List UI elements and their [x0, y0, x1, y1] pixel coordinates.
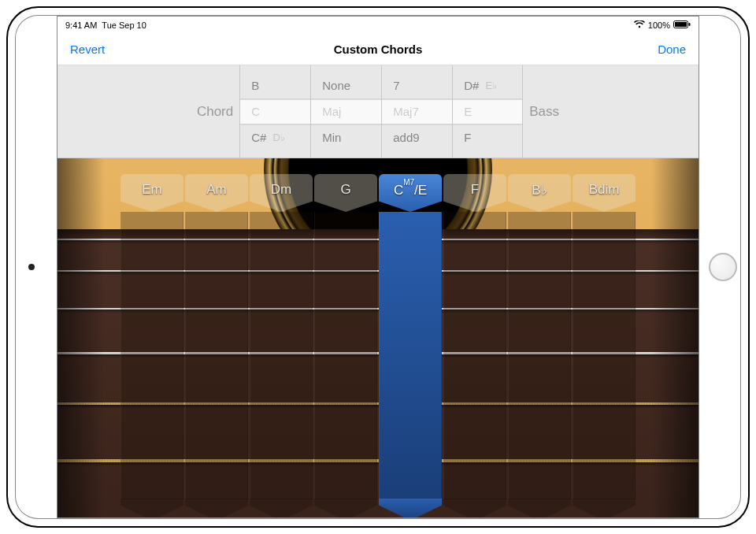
battery-icon [673, 20, 691, 30]
battery-percent: 100% [648, 20, 670, 30]
picker-label-bass: Bass [529, 104, 559, 120]
guitar-view: Em Am Dm G CM7/E [57, 158, 699, 518]
wifi-icon [634, 20, 645, 30]
revert-button[interactable]: Revert [70, 43, 133, 56]
ipad-device-frame: 9:41 AM Tue Sep 10 100% Revert Custom Ch… [6, 6, 750, 528]
chord-label: G [340, 182, 350, 198]
camera-dot [28, 264, 35, 270]
chord-label: B♭ [532, 182, 547, 198]
svg-rect-1 [675, 22, 687, 27]
chord-label: Em [142, 182, 162, 198]
chord-strip-1[interactable]: Am [185, 174, 248, 518]
chord-strip-2[interactable]: Dm [250, 174, 313, 518]
chord-strip-3[interactable]: G [314, 174, 377, 518]
picker-root[interactable]: B C C#D♭ [239, 65, 310, 158]
done-button[interactable]: Done [623, 43, 686, 56]
picker-label-chord: Chord [197, 104, 233, 120]
picker-quality[interactable]: None Maj Min [310, 65, 381, 158]
status-time: 9:41 AM [65, 20, 97, 30]
picker-bass[interactable]: D#E♭ E F [452, 65, 523, 158]
chord-label: F [471, 182, 479, 198]
chord-picker-area: Chord B C C#D♭ None Maj Min 7 Ma [57, 65, 699, 158]
nav-bar: Revert Custom Chords Done [57, 34, 699, 65]
svg-rect-2 [689, 23, 691, 26]
picker-wheels: B C C#D♭ None Maj Min 7 Maj7 add9 [239, 65, 523, 158]
chord-label: Bdim [589, 182, 620, 198]
status-date: Tue Sep 10 [102, 20, 146, 30]
chord-strips: Em Am Dm G CM7/E [57, 174, 699, 518]
chord-label: CM7/E [394, 182, 427, 198]
chord-strip-5[interactable]: F [443, 174, 506, 518]
status-bar: 9:41 AM Tue Sep 10 100% [57, 17, 699, 34]
page-title: Custom Chords [334, 43, 423, 56]
screen: 9:41 AM Tue Sep 10 100% Revert Custom Ch… [57, 16, 699, 518]
chord-label: Dm [271, 182, 291, 198]
chord-strip-4[interactable]: CM7/E [379, 174, 442, 518]
chord-label: Am [206, 182, 227, 198]
home-button[interactable] [709, 253, 737, 281]
chord-strip-0[interactable]: Em [120, 174, 183, 518]
chord-strip-6[interactable]: B♭ [508, 174, 571, 518]
chord-strip-7[interactable]: Bdim [573, 174, 636, 518]
picker-extension[interactable]: 7 Maj7 add9 [381, 65, 452, 158]
